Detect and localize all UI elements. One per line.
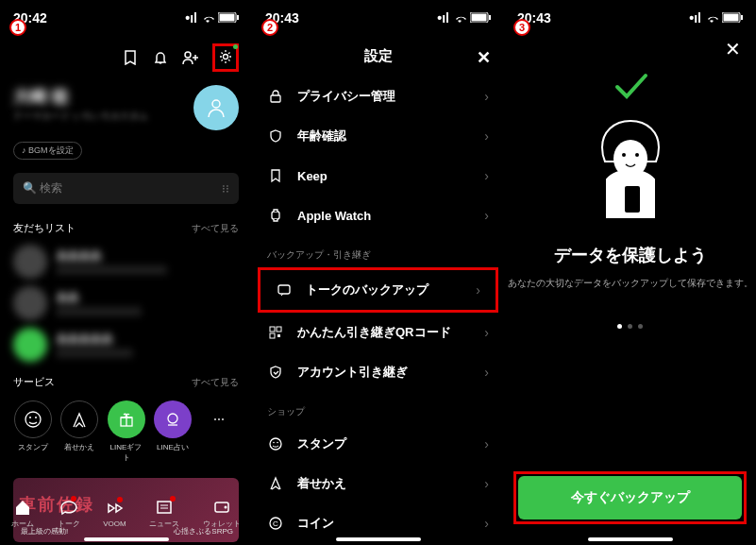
svg-rect-20: [270, 327, 275, 332]
service-row: スタンプ 着せかえ LINEギフト LINE占い ⋯: [0, 395, 252, 468]
avatar[interactable]: [193, 85, 239, 130]
svg-point-24: [270, 438, 281, 450]
setting-account-transfer[interactable]: アカウント引き継ぎ ›: [252, 352, 504, 392]
service-more[interactable]: ⋯: [200, 400, 239, 463]
chevron-right-icon: ›: [484, 516, 489, 531]
bookmark-icon: [267, 167, 284, 184]
step-number: 3: [513, 19, 530, 36]
backup-button-highlight: 今すぐバックアップ: [513, 471, 747, 524]
friend-item[interactable]: ああああああああああああ: [0, 282, 252, 324]
setting-qr-transfer[interactable]: かんたん引き継ぎQRコード ›: [252, 313, 504, 352]
setting-theme[interactable]: 着せかえ ›: [252, 464, 504, 503]
friends-header: 友だちリスト すべて見る: [0, 212, 252, 241]
svg-rect-22: [270, 333, 275, 338]
svg-rect-19: [278, 285, 290, 294]
qr-icon[interactable]: ⁝⁝: [222, 182, 229, 196]
svg-point-13: [224, 505, 227, 508]
home-indicator: [84, 537, 169, 541]
protect-subtitle: あなたの大切なデータをバックアップして保存できます。: [508, 276, 753, 290]
svg-rect-21: [277, 327, 281, 332]
bookmark-icon[interactable]: [122, 49, 139, 66]
setting-keep[interactable]: Keep ›: [252, 156, 504, 196]
search-placeholder: 🔍 検索: [23, 180, 62, 196]
backup-now-button[interactable]: 今すぐバックアップ: [518, 476, 742, 519]
protect-title: データを保護しよう: [554, 244, 707, 266]
svg-point-25: [273, 442, 275, 444]
wifi-icon: [201, 10, 214, 26]
status-bar: 20:42 •ıl: [0, 0, 252, 36]
add-friend-icon[interactable]: [182, 49, 199, 66]
screen-backup-prompt: 20:43 •ıl 3 ✕ データを保護しよう あなたの大切なデータをバックアッ…: [504, 0, 756, 545]
svg-rect-2: [237, 15, 239, 20]
svg-point-10: [168, 414, 177, 423]
coin-icon: C: [267, 515, 284, 532]
nav-talk[interactable]: トーク: [58, 498, 80, 529]
close-icon[interactable]: ✕: [725, 38, 741, 60]
svg-point-6: [25, 412, 41, 427]
svg-point-3: [185, 52, 191, 58]
search-input[interactable]: 🔍 検索 ⁝⁝: [13, 173, 239, 204]
home-indicator: [336, 537, 421, 541]
chevron-right-icon: ›: [484, 168, 489, 183]
bgm-button[interactable]: ♪ BGMを設定: [13, 142, 82, 160]
svg-point-26: [277, 442, 278, 444]
setting-privacy[interactable]: プライバシー管理 ›: [252, 77, 504, 116]
profile-sub: テーマカード いろいろカスタム: [13, 110, 148, 123]
nav-home[interactable]: ホーム: [11, 498, 34, 529]
friend-avatar: [13, 328, 47, 362]
svg-rect-31: [741, 15, 743, 20]
step-number: 2: [261, 19, 278, 36]
nav-news[interactable]: ニュース: [149, 498, 179, 529]
top-toolbar: [0, 36, 252, 79]
signal-icon: •ıl: [185, 10, 197, 26]
svg-rect-35: [624, 185, 641, 213]
svg-rect-15: [472, 14, 487, 22]
wifi-icon: [705, 10, 718, 26]
friend-avatar: [13, 245, 47, 279]
checkmark-icon: [610, 64, 651, 106]
svg-text:C: C: [273, 519, 278, 528]
service-fortune[interactable]: LINE占い: [153, 400, 192, 463]
gear-icon[interactable]: [217, 48, 234, 65]
service-stamp[interactable]: スタンプ: [13, 400, 52, 463]
status-bar: 20:43 •ıl: [252, 0, 504, 36]
settings-button-highlight: [212, 43, 239, 72]
battery-icon: [218, 10, 239, 26]
chevron-right-icon: ›: [484, 365, 489, 380]
battery-icon: [470, 10, 491, 26]
backup-highlight: トークのバックアップ ›: [258, 267, 498, 313]
service-header: サービス すべて見る: [0, 366, 252, 395]
friend-item[interactable]: ああああああああああああああ: [0, 324, 252, 366]
service-theme[interactable]: 着せかえ: [59, 400, 98, 463]
home-indicator: [588, 537, 673, 541]
friend-item[interactable]: あああああああああああああああああ: [0, 241, 252, 282]
signal-icon: •ıl: [689, 10, 701, 26]
page-dots: [617, 324, 643, 329]
chevron-right-icon: ›: [484, 325, 489, 340]
see-all-friends[interactable]: すべて見る: [192, 222, 239, 235]
setting-talk-backup[interactable]: トークのバックアップ ›: [260, 270, 496, 310]
svg-point-8: [35, 417, 37, 418]
setting-age[interactable]: 年齢確認 ›: [252, 116, 504, 156]
chevron-right-icon: ›: [484, 436, 489, 451]
setting-applewatch[interactable]: Apple Watch ›: [252, 196, 504, 235]
chat-icon: [276, 281, 293, 298]
status-bar: 20:43 •ıl: [504, 0, 756, 36]
battery-icon: [722, 10, 743, 26]
nav-voom[interactable]: VOOM: [103, 499, 126, 528]
profile-section: 大崎 稔 テーマカード いろいろカスタム: [0, 79, 252, 136]
svg-rect-18: [272, 212, 279, 219]
bell-icon[interactable]: [152, 49, 169, 66]
step-number: 1: [9, 19, 26, 36]
qr-icon: [267, 324, 284, 341]
friend-avatar: [13, 286, 47, 320]
signal-icon: •ıl: [437, 10, 449, 26]
nav-wallet[interactable]: ウォレット: [203, 498, 241, 529]
setting-stamp[interactable]: スタンプ ›: [252, 424, 504, 464]
service-gift[interactable]: LINEギフト: [107, 400, 145, 463]
screen-settings: 20:43 •ıl 2 設定 ✕ プライバシー管理 › 年齢確認 › Keep …: [252, 0, 504, 545]
see-all-services[interactable]: すべて見る: [192, 376, 239, 389]
chevron-right-icon: ›: [484, 476, 489, 491]
close-icon[interactable]: ✕: [477, 47, 491, 68]
lock-icon: [267, 88, 284, 105]
